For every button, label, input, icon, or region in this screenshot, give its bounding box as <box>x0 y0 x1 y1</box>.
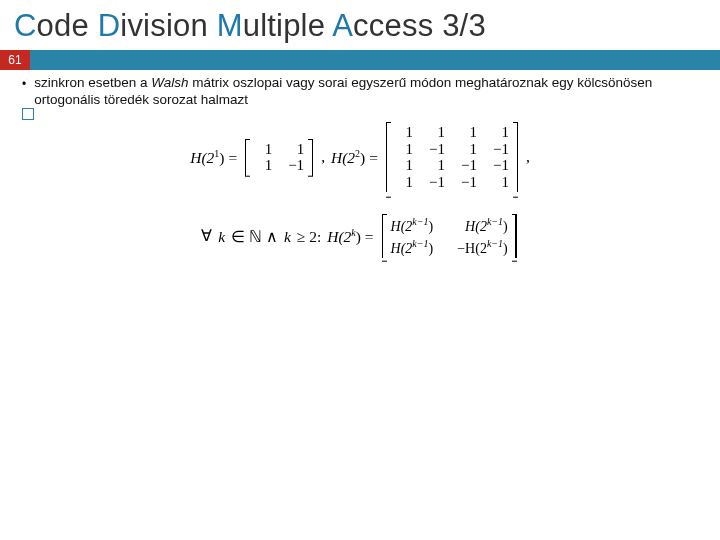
rec-b: H(2 <box>465 219 487 234</box>
m4-cell: 1 <box>491 174 509 191</box>
m4-cell: −1 <box>427 141 445 158</box>
k-var: k <box>218 228 225 245</box>
m4-cell: 1 <box>459 124 477 141</box>
k-ge-2: ≥ 2: <box>297 228 321 245</box>
m4-cell: −1 <box>427 174 445 191</box>
bullet-dot-icon: • <box>22 74 26 93</box>
rec-de: k−1 <box>487 238 503 249</box>
bracket-right-icon <box>512 214 519 258</box>
m4-cell: 1 <box>395 141 413 158</box>
rec-c: H(2 <box>391 241 413 256</box>
m4-cell: 1 <box>427 124 445 141</box>
bracket-left-icon <box>380 214 387 258</box>
math-row-1: H(21) = 1 1 1 −1 , H(22) = <box>190 122 530 192</box>
math-block: H(21) = 1 1 1 −1 , H(22) = <box>22 122 698 258</box>
rec-d: −H(2 <box>457 241 487 256</box>
h21-label: H(21) = <box>190 148 237 166</box>
title-ode: ode <box>37 8 98 43</box>
k-var2: k <box>284 228 291 245</box>
h21-h: H(2 <box>190 149 214 166</box>
rec-a: H(2 <box>391 219 413 234</box>
math-area: H(21) = 1 1 1 −1 , H(22) = <box>190 122 530 258</box>
bracket-right-icon <box>513 122 520 192</box>
checkbox-icon <box>22 108 34 120</box>
m2-cell: 1 <box>254 157 272 174</box>
matrix-rec-grid: H(2k−1) H(2k−1) H(2k−1) −H(2k−1) <box>387 214 512 258</box>
rec-br: ) <box>503 219 508 234</box>
m4-cell: −1 <box>459 157 477 174</box>
header-bar: 61 <box>0 50 720 70</box>
m4-cell: 1 <box>395 174 413 191</box>
h22-label: H(22) = <box>331 148 378 166</box>
m4-cell: −1 <box>491 157 509 174</box>
bullet-walsh: Walsh <box>151 75 188 90</box>
m4-cell: 1 <box>395 124 413 141</box>
matrix-4x4-grid: 1 1 1 1 1 −1 1 −1 1 1 −1 −1 1 −1 <box>391 122 513 192</box>
slide-title: Code Division Multiple Access 3/3 <box>0 0 720 50</box>
matrix-4x4: 1 1 1 1 1 −1 1 −1 1 1 −1 −1 1 −1 <box>384 122 520 192</box>
rec-cell: −H(2k−1) <box>457 238 508 256</box>
m4-cell: −1 <box>491 141 509 158</box>
rec-ar: ) <box>429 219 434 234</box>
rec-cell: H(2k−1) <box>465 216 508 234</box>
hk-eq: ) = <box>356 228 374 245</box>
math-row-2: ∀k ∈ ℕ ∧ k ≥ 2: H(2k) = H(2k−1) H(2k−1) … <box>190 214 530 258</box>
title-ultiple: ultiple <box>243 8 333 43</box>
m4-cell: 1 <box>395 157 413 174</box>
h21-eq: ) = <box>219 149 237 166</box>
in-nat: ∈ ℕ ∧ <box>231 228 278 245</box>
hk-h: H(2 <box>327 228 351 245</box>
title-ccess: ccess 3/3 <box>353 8 486 43</box>
h22-h: H(2 <box>331 149 355 166</box>
matrix-2x2: 1 1 1 −1 <box>243 139 315 176</box>
rec-ce: k−1 <box>412 238 428 249</box>
m2-cell: 1 <box>254 141 272 158</box>
title-cap-c: C <box>14 8 37 43</box>
m2-cell: −1 <box>286 157 304 174</box>
rec-cr: ) <box>429 241 434 256</box>
hk-label: H(2k) = <box>327 227 373 245</box>
m4-cell: 1 <box>491 124 509 141</box>
rec-cell: H(2k−1) <box>391 238 434 256</box>
header-bar-fill <box>30 50 720 70</box>
bracket-right-icon <box>308 139 315 176</box>
forall-symbol: ∀ <box>201 227 212 245</box>
h22-eq: ) = <box>360 149 378 166</box>
m4-cell: −1 <box>459 174 477 191</box>
matrix-recursive: H(2k−1) H(2k−1) H(2k−1) −H(2k−1) <box>380 214 519 258</box>
rec-cell: H(2k−1) <box>391 216 434 234</box>
bracket-left-icon <box>384 122 391 192</box>
rec-be: k−1 <box>487 216 503 227</box>
title-cap-d: D <box>98 8 121 43</box>
rec-dr: ) <box>503 241 508 256</box>
bracket-left-icon <box>243 139 250 176</box>
bullet-item: • szinkron esetben a Walsh mátrix oszlop… <box>22 74 698 108</box>
title-cap-a: A <box>332 8 353 43</box>
bullet-pre: szinkron esetben a <box>34 75 151 90</box>
rec-ae: k−1 <box>412 216 428 227</box>
content-area: • szinkron esetben a Walsh mátrix oszlop… <box>0 70 720 258</box>
math-tail-comma: , <box>526 148 530 165</box>
title-ivision: ivision <box>120 8 216 43</box>
bullet-text: szinkron esetben a Walsh mátrix oszlopai… <box>34 74 698 108</box>
math-sep: , <box>321 148 325 165</box>
m4-cell: 1 <box>427 157 445 174</box>
m2-cell: 1 <box>286 141 304 158</box>
slide-number-badge: 61 <box>0 50 30 70</box>
matrix-2x2-grid: 1 1 1 −1 <box>250 139 308 176</box>
title-cap-m: M <box>217 8 243 43</box>
m4-cell: 1 <box>459 141 477 158</box>
